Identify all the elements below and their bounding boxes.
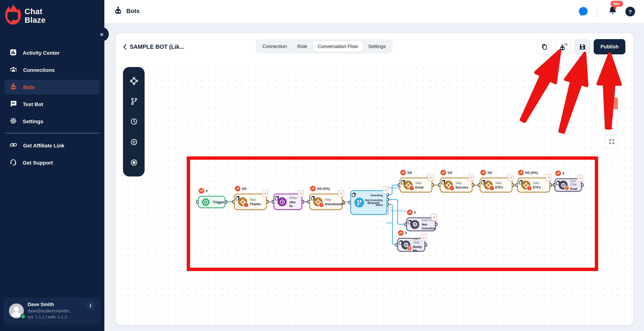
back-button[interactable]: SAMPLE BOT (Lik... — [122, 43, 184, 50]
sidebar-item-get-support[interactable]: Get Support — [4, 155, 100, 170]
duplicate-bot-button[interactable] — [537, 39, 552, 54]
delete-node-button[interactable]: × — [383, 187, 389, 194]
sidebar-collapse-button[interactable]: « — [95, 27, 109, 41]
delete-node-button[interactable]: × — [428, 174, 434, 181]
app-versions: ext: 1.1.1 | web: 1.1.3 — [28, 315, 67, 319]
flow-node-branch[interactable]: ×BranchInvestingNot investingNone — [350, 190, 387, 215]
chevron-check-icon — [609, 100, 615, 106]
activity-icon — [199, 188, 204, 194]
step-node-icon: ? — [314, 197, 322, 206]
edge-label-not-investing: Not investing — [390, 209, 406, 212]
editor-tabs: ConnectionRoleConversation FlowSettings — [256, 39, 392, 54]
flow-node-delay[interactable]: ×Delay10m 0s — [274, 194, 302, 210]
node-stats-badge: 0 — [398, 230, 407, 236]
activity-center-icon — [10, 49, 17, 57]
node-stats-badge: 0/0 — [400, 170, 412, 175]
flow-node-investments[interactable]: 0/0 (0%)×?StepInvestments? — [309, 194, 342, 210]
bots-page-icon — [114, 6, 122, 16]
node-type: Step — [456, 181, 468, 185]
branch-output-not-investing: Not investing — [365, 198, 383, 203]
user-menu-kebab-icon[interactable]: ••• — [86, 301, 95, 310]
branch-node-icon — [354, 198, 364, 207]
sidebar-item-get-affiliate-link[interactable]: Get Affiliate Link — [4, 138, 100, 153]
help-icon[interactable]: ? — [625, 7, 635, 16]
fullscreen-icon — [609, 139, 614, 144]
delete-node-button[interactable]: × — [298, 190, 304, 197]
delete-node-button[interactable]: × — [421, 234, 427, 241]
activity-icon — [398, 230, 404, 236]
node-stats-count: 0 — [206, 189, 208, 193]
save-button[interactable] — [575, 39, 590, 54]
sidebar-secondary-nav: Get Affiliate LinkGet Support — [4, 138, 100, 172]
publish-button[interactable]: Publish — [594, 39, 625, 54]
flow-node-etfs1[interactable]: 0/0×!StepETFs — [480, 178, 512, 193]
node-stats-count: 0 — [405, 231, 407, 235]
sidebar-item-bots[interactable]: Bots — [4, 80, 100, 95]
delete-node-button[interactable]: × — [338, 190, 344, 197]
zoom-controls: +− — [606, 97, 617, 148]
sidebar-item-settings[interactable]: Settings — [4, 114, 100, 129]
node-name: Success — [456, 185, 468, 189]
step-node-icon: ! — [444, 181, 453, 190]
branch-outputs: InvestingNot investingNone — [365, 193, 383, 207]
node-type: Step — [495, 181, 503, 185]
flow-node-etfs2[interactable]: 0/0 (0%)×?StepETFs — [517, 178, 550, 193]
sidebar-item-activity-center[interactable]: Activity Center — [4, 45, 100, 60]
sidebar-item-label: Activity Center — [23, 50, 60, 56]
zoom-in-button[interactable]: + — [606, 109, 618, 122]
delete-node-button[interactable]: × — [262, 190, 268, 197]
flow-node-notifyme[interactable]: 0×End ChatNotify Me — [397, 238, 425, 252]
topbar-divider — [598, 5, 598, 18]
flow-node-success[interactable]: 0/0×!StepSuccess — [440, 178, 472, 193]
bot-name: SAMPLE BOT (Lik... — [130, 43, 184, 50]
edge-label-investing: Investing — [389, 186, 400, 190]
notifications-bell-icon[interactable]: 99+ — [608, 5, 619, 18]
logo-text-line2: Blaze — [24, 16, 46, 24]
user-card[interactable]: Dave Smith dave@audienceandin... ext: 1.… — [3, 298, 101, 325]
delete-node-button[interactable]: × — [431, 214, 437, 221]
delete-node-button[interactable]: × — [577, 175, 583, 182]
node-stats-count: 0/0 — [448, 171, 452, 174]
sidebar-item-label: Settings — [23, 118, 43, 124]
node-stats-count: 0/0 — [407, 171, 412, 174]
fit-view-button[interactable] — [606, 135, 618, 148]
messenger-icon[interactable] — [578, 6, 588, 17]
flow-canvas[interactable]: +− 0Trigger0/0×!StepThanks×Delay10m 0s0/… — [116, 61, 634, 325]
test-bot-button[interactable]: !? — [556, 39, 571, 54]
zoom-out-button[interactable]: − — [606, 122, 618, 135]
node-text: StepSuccess — [456, 181, 468, 189]
confirm-button[interactable] — [606, 97, 618, 109]
flow-node-great[interactable]: 0/0×!StepGreat — [400, 178, 432, 193]
sidebar-item-label: Connections — [23, 67, 55, 73]
copy-node-icon[interactable] — [352, 192, 356, 198]
tab-role[interactable]: Role — [292, 40, 313, 52]
node-stats-badge: 0 — [407, 210, 416, 215]
step-node-icon: ! — [238, 197, 247, 206]
tab-settings[interactable]: Settings — [363, 40, 391, 52]
delete-node-button[interactable]: × — [508, 174, 514, 181]
flow-node-trigger[interactable]: 0Trigger — [198, 196, 226, 208]
sidebar-item-test-bot[interactable]: Test Bot — [4, 97, 100, 112]
step-node-icon: ? — [522, 181, 530, 190]
tab-connection[interactable]: Connection — [257, 40, 292, 52]
flow-node-thanks[interactable]: 0/0×!StepThanks — [234, 194, 267, 210]
tab-conversation-flow[interactable]: Conversation Flow — [312, 40, 363, 52]
node-marker-alert: ! — [450, 186, 454, 191]
affiliate-link-icon — [10, 141, 17, 150]
delete-node-button[interactable]: × — [468, 174, 474, 181]
branch-output-none: None — [376, 203, 383, 207]
node-type: Step — [250, 198, 261, 201]
node-marker-alert: ! — [244, 203, 248, 207]
activity-icon — [235, 186, 240, 191]
bots-icon — [10, 83, 17, 92]
flow-node-goal[interactable]: 0×✓End ChatGoal — [554, 178, 582, 192]
node-stats-badge: 0/0 (0%) — [310, 186, 330, 191]
end-node-icon — [410, 220, 419, 229]
editor-actions: !? Publish — [537, 39, 625, 54]
flow-node-notinvesting[interactable]: 0×End ChatNot Investing — [406, 217, 436, 231]
settings-icon — [10, 117, 17, 126]
delete-node-button[interactable]: × — [546, 174, 552, 181]
sidebar: Chat Blaze « Activity CenterConnectionsB… — [0, 0, 104, 331]
node-title: Trigger — [213, 200, 225, 204]
sidebar-item-connections[interactable]: Connections — [4, 62, 100, 77]
